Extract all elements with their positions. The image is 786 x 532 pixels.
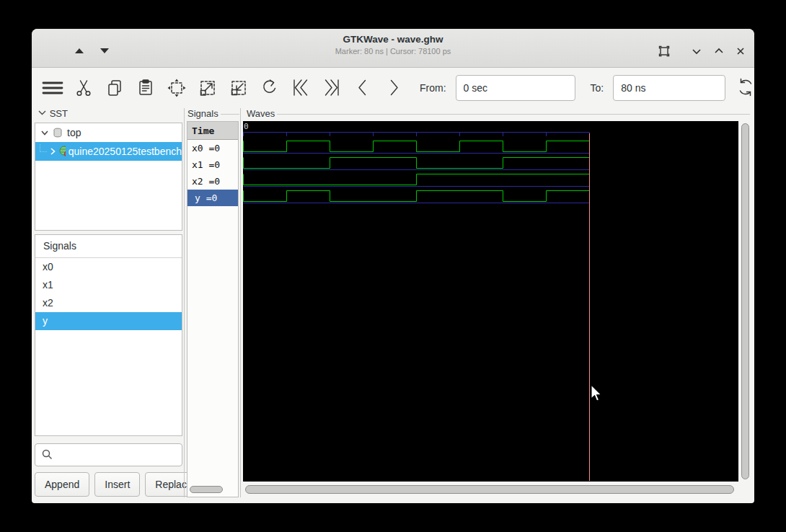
- window-title: GTKWave - wave.ghw: [32, 34, 754, 45]
- values-hscrollbar-thumb[interactable]: [190, 486, 223, 493]
- value-row-x1[interactable]: x1 =0: [187, 156, 238, 173]
- pane-splitter-left[interactable]: [184, 108, 185, 497]
- from-label: From:: [420, 82, 446, 94]
- fullscreen-button[interactable]: [655, 42, 674, 61]
- search-icon: [41, 448, 53, 461]
- waveform-plot: 0: [243, 121, 738, 482]
- skip-to-start-icon: [291, 78, 311, 98]
- values-hscrollbar[interactable]: [190, 486, 236, 495]
- waves-hscrollbar[interactable]: [245, 484, 738, 495]
- undo-button[interactable]: [259, 78, 281, 98]
- signal-item-x0[interactable]: x0: [35, 258, 182, 276]
- tree-item-label: quine20250125testbench: [69, 146, 182, 157]
- signal-buttons: Append Insert Replace: [35, 472, 182, 497]
- minimize-button[interactable]: [687, 42, 706, 61]
- signal-search-input[interactable]: [35, 443, 182, 466]
- zoom-in-button[interactable]: [197, 78, 218, 98]
- waves-vscrollbar[interactable]: [741, 121, 750, 482]
- cut-button[interactable]: [73, 78, 94, 98]
- tree-item-top[interactable]: top: [35, 123, 182, 142]
- chevron-down-icon: [691, 45, 702, 57]
- wave-canvas[interactable]: 0: [243, 121, 738, 482]
- insert-button[interactable]: Insert: [94, 472, 140, 497]
- chevron-right-icon: [384, 78, 403, 98]
- prev-edge-button[interactable]: [352, 78, 374, 98]
- reload-icon: [735, 77, 756, 99]
- value-row-y[interactable]: y =0: [187, 190, 238, 206]
- zoom-out-button[interactable]: [228, 78, 250, 98]
- close-button[interactable]: [731, 42, 750, 61]
- go-to-start-button[interactable]: [290, 78, 312, 98]
- pane-splitter-right[interactable]: [240, 108, 241, 497]
- from-input[interactable]: [456, 75, 575, 101]
- module-icon: [58, 146, 66, 157]
- zoom-fit-icon: [167, 78, 187, 98]
- hamburger-menu-icon: [42, 79, 63, 97]
- svg-text:0: 0: [244, 122, 249, 131]
- zoom-in-icon: [198, 78, 218, 98]
- values-panel: Time x0 =0 x1 =0 x2 =0 y =0: [187, 121, 239, 497]
- waves-frame-label: Waves: [245, 108, 276, 119]
- signal-item-x1[interactable]: x1: [35, 276, 182, 294]
- gtkwave-window: GTKWave - wave.ghw Marker: 80 ns | Curso…: [32, 29, 754, 503]
- tree-connector: [40, 144, 47, 152]
- collapse-chevron-icon[interactable]: [37, 109, 47, 116]
- sst-tree: top quine20250125testbench: [35, 123, 182, 231]
- zoom-out-icon: [229, 78, 249, 98]
- values-frame-label: Signals: [186, 108, 220, 119]
- paste-button[interactable]: [135, 78, 156, 98]
- next-edge-button[interactable]: [383, 78, 405, 98]
- fullscreen-icon: [658, 45, 671, 58]
- menu-button[interactable]: [42, 78, 63, 98]
- waves-vscrollbar-thumb[interactable]: [741, 123, 749, 479]
- expander-down-icon[interactable]: [40, 128, 50, 138]
- signal-item-x2[interactable]: x2: [35, 294, 182, 312]
- toolbar: From: To:: [32, 68, 754, 107]
- go-to-end-button[interactable]: [321, 78, 343, 98]
- maximize-button[interactable]: [710, 42, 728, 61]
- clipboard-paste-icon: [136, 79, 155, 97]
- undo-icon: [260, 78, 280, 98]
- skip-to-end-icon: [322, 78, 342, 98]
- to-input[interactable]: [613, 75, 725, 101]
- copy-button[interactable]: [104, 78, 125, 98]
- reload-button[interactable]: [735, 78, 756, 98]
- scope-icon: [52, 127, 63, 138]
- tree-item-label: top: [67, 127, 81, 138]
- time-header[interactable]: Time: [187, 122, 238, 140]
- waves-hscrollbar-thumb[interactable]: [245, 485, 734, 494]
- signals-list: Signals x0 x1 x2 y: [35, 234, 182, 436]
- signal-item-y[interactable]: y: [35, 312, 182, 330]
- scissors-icon: [74, 79, 93, 97]
- titlebar[interactable]: GTKWave - wave.ghw Marker: 80 ns | Curso…: [32, 29, 754, 68]
- value-row-x2[interactable]: x2 =0: [187, 173, 238, 190]
- to-label: To:: [591, 82, 604, 94]
- expander-right-icon[interactable]: [48, 146, 58, 156]
- signals-list-header[interactable]: Signals: [35, 235, 182, 258]
- close-icon: [735, 45, 746, 57]
- signal-search: [35, 443, 182, 466]
- zoom-fit-button[interactable]: [166, 78, 187, 98]
- value-row-x0[interactable]: x0 =0: [187, 140, 238, 156]
- chevron-up-icon: [713, 45, 725, 57]
- append-button[interactable]: Append: [35, 472, 89, 497]
- chevron-left-icon: [353, 78, 372, 98]
- marker-cursor-status: Marker: 80 ns | Cursor: 78100 ps: [32, 47, 754, 56]
- tree-item-testbench[interactable]: quine20250125testbench: [35, 142, 182, 161]
- copy-icon: [105, 79, 124, 97]
- sst-frame-label: SST: [36, 108, 69, 119]
